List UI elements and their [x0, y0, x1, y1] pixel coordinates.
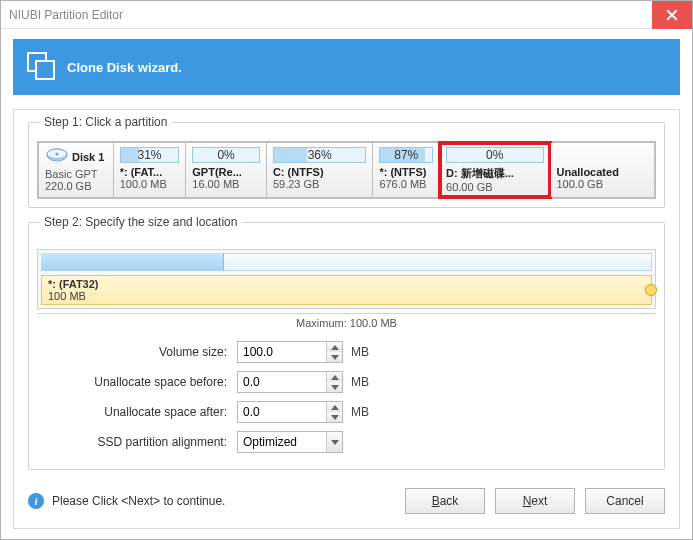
volume-size-label: Volume size: — [37, 345, 237, 359]
chevron-down-icon[interactable] — [326, 432, 342, 452]
space-before-label: Unallocate space before: — [37, 375, 237, 389]
disk-header: Disk 1 Basic GPT 220.0 GB — [39, 143, 113, 197]
slider-handle[interactable] — [645, 284, 657, 296]
partition-4-selected[interactable]: 0% D: 新增磁碟... 60.00 GB — [440, 143, 549, 197]
svg-point-4 — [56, 153, 59, 156]
banner-title: Clone Disk wizard. — [67, 60, 182, 75]
step2-label: Step 2: Specify the size and location — [39, 215, 242, 229]
spin-down-icon[interactable] — [327, 352, 342, 362]
partition-0[interactable]: 31% *: (FAT... 100.0 MB — [114, 143, 186, 197]
dialog-window: NIUBI Partition Editor Clone Disk wizard… — [0, 0, 693, 540]
close-icon — [666, 9, 678, 21]
partition-list: Disk 1 Basic GPT 220.0 GB 31% *: (FAT...… — [37, 141, 656, 199]
svg-rect-1 — [36, 61, 54, 79]
ssd-alignment-select[interactable] — [237, 431, 343, 453]
ssd-alignment-label: SSD partition alignment: — [37, 435, 237, 449]
clone-icon — [25, 50, 57, 85]
banner: Clone Disk wizard. — [13, 39, 680, 95]
partition-1[interactable]: 0% GPT(Re... 16.00 MB — [186, 143, 266, 197]
spin-up-icon[interactable] — [327, 342, 342, 352]
back-button[interactable]: Back — [405, 488, 485, 514]
cancel-button[interactable]: Cancel — [585, 488, 665, 514]
window-title: NIUBI Partition Editor — [9, 8, 123, 22]
partition-2[interactable]: 36% C: (NTFS) 59.23 GB — [267, 143, 372, 197]
volume-size-input[interactable] — [237, 341, 343, 363]
disk-icon — [45, 147, 69, 166]
step1-box: Step 1: Click a partition Disk 1 Basic G… — [28, 122, 665, 208]
step2-box: Step 2: Specify the size and location *:… — [28, 222, 665, 470]
partition-5[interactable]: Unallocated 100.0 GB — [551, 143, 654, 197]
disk-size: 220.0 GB — [45, 180, 107, 192]
disk-type: Basic GPT — [45, 168, 107, 180]
partition-3[interactable]: 87% *: (NTFS) 676.0 MB — [373, 143, 439, 197]
size-form: Volume size: MB Unallocate space before: — [37, 341, 656, 453]
next-button[interactable]: Next — [495, 488, 575, 514]
close-button[interactable] — [652, 1, 692, 29]
maximum-label: Maximum: 100.0 MB — [37, 313, 656, 329]
space-before-input[interactable] — [237, 371, 343, 393]
slider-legend: *: (FAT32) 100 MB — [41, 275, 652, 305]
space-after-label: Unallocate space after: — [37, 405, 237, 419]
footer-hint: Please Click <Next> to continue. — [52, 494, 225, 508]
size-slider[interactable] — [41, 253, 652, 271]
info-icon: i — [28, 493, 44, 509]
disk-name: Disk 1 — [72, 151, 104, 163]
space-after-input[interactable] — [237, 401, 343, 423]
size-slider-container: *: (FAT32) 100 MB — [37, 249, 656, 309]
main-panel: Step 1: Click a partition Disk 1 Basic G… — [13, 109, 680, 529]
footer: i Please Click <Next> to continue. Back … — [28, 488, 665, 514]
titlebar: NIUBI Partition Editor — [1, 1, 692, 29]
step1-label: Step 1: Click a partition — [39, 115, 172, 129]
